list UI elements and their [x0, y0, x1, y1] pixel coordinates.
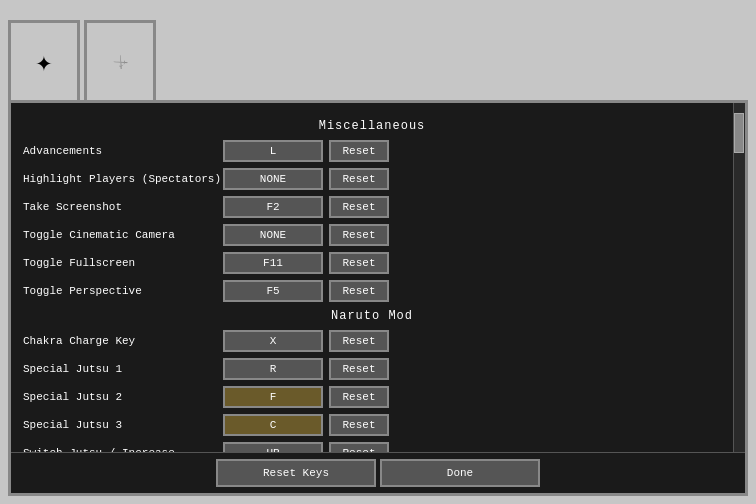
reset-jutsu3[interactable]: Reset: [329, 414, 389, 436]
section-naruto-header: Naruto Mod: [23, 309, 721, 323]
section-misc-header: Miscellaneous: [23, 119, 721, 133]
label-fullscreen: Toggle Fullscreen: [23, 257, 223, 269]
label-cinematic: Toggle Cinematic Camera: [23, 229, 223, 241]
reset-perspective[interactable]: Reset: [329, 280, 389, 302]
shuriken-icon: ✦: [36, 45, 53, 79]
label-perspective: Toggle Perspective: [23, 285, 223, 297]
row-fullscreen: Toggle Fullscreen F11 Reset: [23, 251, 721, 275]
keybind-list: Miscellaneous Advancements L Reset Highl…: [11, 103, 733, 452]
reset-highlight[interactable]: Reset: [329, 168, 389, 190]
reset-switch-jutsu[interactable]: Reset: [329, 442, 389, 452]
scrollbar-track[interactable]: [733, 103, 745, 452]
tab-1[interactable]: ✦: [8, 20, 80, 100]
label-screenshot: Take Screenshot: [23, 201, 223, 213]
label-jutsu2: Special Jutsu 2: [23, 391, 223, 403]
key-jutsu2[interactable]: F: [223, 386, 323, 408]
row-screenshot: Take Screenshot F2 Reset: [23, 195, 721, 219]
row-advancements: Advancements L Reset: [23, 139, 721, 163]
row-chakra: Chakra Charge Key X Reset: [23, 329, 721, 353]
row-highlight: Highlight Players (Spectators) NONE Rese…: [23, 167, 721, 191]
key-jutsu1[interactable]: R: [223, 358, 323, 380]
tab-2[interactable]: ⚔: [84, 20, 156, 100]
label-jutsu1: Special Jutsu 1: [23, 363, 223, 375]
reset-screenshot[interactable]: Reset: [329, 196, 389, 218]
label-chakra: Chakra Charge Key: [23, 335, 223, 347]
row-jutsu3: Special Jutsu 3 C Reset: [23, 413, 721, 437]
label-highlight: Highlight Players (Spectators): [23, 173, 223, 185]
label-advancements: Advancements: [23, 145, 223, 157]
key-chakra[interactable]: X: [223, 330, 323, 352]
reset-jutsu1[interactable]: Reset: [329, 358, 389, 380]
reset-chakra[interactable]: Reset: [329, 330, 389, 352]
row-cinematic: Toggle Cinematic Camera NONE Reset: [23, 223, 721, 247]
key-advancements[interactable]: L: [223, 140, 323, 162]
row-perspective: Toggle Perspective F5 Reset: [23, 279, 721, 303]
app-container: ✦ ⚔ Miscellaneous Advancements L Reset H…: [0, 0, 756, 504]
scroll-container: Miscellaneous Advancements L Reset Highl…: [11, 103, 745, 452]
reset-cinematic[interactable]: Reset: [329, 224, 389, 246]
main-panel: Miscellaneous Advancements L Reset Highl…: [8, 100, 748, 496]
key-perspective[interactable]: F5: [223, 280, 323, 302]
key-jutsu3[interactable]: C: [223, 414, 323, 436]
reset-keys-button[interactable]: Reset Keys: [216, 459, 376, 487]
key-switch-jutsu[interactable]: UP: [223, 442, 323, 452]
kunai-icon: ⚔: [107, 48, 133, 74]
scrollbar-thumb[interactable]: [734, 113, 744, 153]
key-screenshot[interactable]: F2: [223, 196, 323, 218]
row-jutsu1: Special Jutsu 1 R Reset: [23, 357, 721, 381]
tab-bar: ✦ ⚔: [0, 0, 756, 100]
key-cinematic[interactable]: NONE: [223, 224, 323, 246]
done-button[interactable]: Done: [380, 459, 540, 487]
reset-fullscreen[interactable]: Reset: [329, 252, 389, 274]
key-highlight[interactable]: NONE: [223, 168, 323, 190]
bottom-bar: Reset Keys Done: [11, 452, 745, 493]
key-fullscreen[interactable]: F11: [223, 252, 323, 274]
reset-advancements[interactable]: Reset: [329, 140, 389, 162]
label-jutsu3: Special Jutsu 3: [23, 419, 223, 431]
reset-jutsu2[interactable]: Reset: [329, 386, 389, 408]
row-switch-jutsu: Switch Jutsu / Increase UP Reset: [23, 441, 721, 452]
row-jutsu2: Special Jutsu 2 F Reset: [23, 385, 721, 409]
